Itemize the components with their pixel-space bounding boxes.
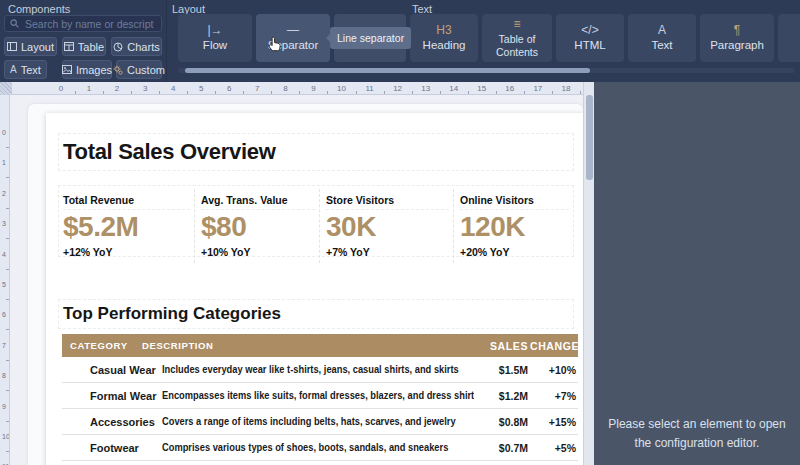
metric-value: 30K (326, 212, 449, 243)
table-row[interactable]: Formal Wear Encompasses items like suits… (62, 383, 578, 409)
v-ruler: 01234567891011 (0, 95, 10, 465)
ruler-number: 8 (2, 372, 6, 379)
document-page[interactable]: Total Sales Overview Total Revenue $5.2M… (46, 113, 583, 465)
table-row[interactable]: Footwear Comprises various types of shoe… (62, 435, 578, 461)
metric-value: 120K (460, 212, 569, 243)
toolbar-scrollbar[interactable] (178, 68, 795, 73)
components-layout-button[interactable]: Layout (4, 37, 57, 56)
cell-description: Covers a range of items including belts,… (140, 416, 474, 427)
letter-a-icon: A (658, 24, 666, 36)
tooltip-text: Line separator (337, 32, 404, 44)
tile-label: Flow (203, 39, 227, 52)
report-builder-app: Components Layout Table Charts A Text Im… (0, 0, 800, 465)
pie-chart-icon (113, 42, 123, 52)
cell-sales: $1.2M (474, 390, 530, 402)
toolbar: Components Layout Table Charts A Text Im… (0, 0, 800, 82)
categories-table[interactable]: CATEGORY DESCRIPTION SALES CHANGE Casual… (62, 334, 578, 461)
ruler-number: 15 (477, 84, 486, 93)
configuration-panel-message: Please select an element to open the con… (599, 415, 795, 452)
section-heading-block[interactable]: Top Performing Categories (58, 299, 574, 329)
cell-category: Formal Wear (62, 390, 140, 402)
tile-heading[interactable]: H3 Heading (410, 14, 478, 62)
layout-grid-icon (7, 42, 17, 51)
tile-table-of-contents[interactable]: ≡ Table of Contents (482, 14, 552, 62)
tile-partial[interactable] (778, 14, 800, 62)
cell-sales: $0.7M (474, 442, 530, 454)
ruler-number: 1 (87, 84, 91, 93)
ruler-number: 7 (255, 84, 259, 93)
metric-total-revenue[interactable]: Total Revenue $5.2M +12% YoY (63, 189, 194, 263)
table-icon (64, 42, 74, 51)
canvas-scrollbar-thumb[interactable] (586, 95, 593, 180)
hand-cursor-icon (268, 36, 283, 57)
toolbar-scrollbar-thumb[interactable] (185, 68, 590, 73)
cell-description: Comprises various types of shoes, boots,… (140, 442, 474, 453)
button-label: Custom (127, 64, 165, 76)
ruler-number: 16 (505, 84, 514, 93)
ruler-number: 5 (2, 281, 6, 288)
ruler-number: 12 (393, 84, 402, 93)
col-header-description: DESCRIPTION (140, 340, 474, 351)
ruler-number: 9 (311, 84, 315, 93)
components-text-button[interactable]: A Text (4, 60, 47, 79)
metric-online-visitors[interactable]: Online Visitors 120K +20% YoY (453, 189, 573, 263)
metric-label: Total Revenue (63, 194, 190, 210)
col-header-sales: SALES (474, 340, 530, 352)
tile-label: HTML (574, 39, 605, 52)
button-label: Text (21, 64, 41, 76)
separator-icon: — (287, 24, 299, 36)
table-row[interactable]: Casual Wear Includes everyday wear like … (62, 357, 578, 383)
metrics-block[interactable]: Total Revenue $5.2M +12% YoY Avg. Trans.… (58, 185, 574, 257)
editor-canvas[interactable]: Total Sales Overview Total Revenue $5.2M… (10, 95, 583, 465)
metric-delta: +10% YoY (201, 246, 315, 258)
tile-html[interactable]: </> HTML (556, 14, 624, 62)
ruler-number: 2 (2, 189, 6, 196)
ruler-number: 17 (533, 84, 542, 93)
metric-value: $80 (201, 212, 315, 243)
metric-avg-trans-value[interactable]: Avg. Trans. Value $80 +10% YoY (194, 189, 319, 263)
components-images-button[interactable]: Images (62, 60, 112, 79)
ruler-number: 9 (2, 402, 6, 409)
table-row[interactable]: Accessories Covers a range of items incl… (62, 409, 578, 435)
tile-label: Heading (423, 39, 466, 52)
canvas-scrollbar[interactable] (583, 82, 594, 465)
tile-label: Text (651, 39, 672, 52)
ruler-number: 2 (115, 84, 119, 93)
components-table-button[interactable]: Table (62, 37, 106, 56)
table-header-row: CATEGORY DESCRIPTION SALES CHANGE (62, 334, 578, 357)
ruler-number: 6 (227, 84, 231, 93)
cell-category: Accessories (62, 416, 140, 428)
tile-text[interactable]: A Text (628, 14, 696, 62)
cell-description: Encompasses items like suits, formal dre… (140, 390, 474, 401)
tile-paragraph[interactable]: ¶ Paragraph (700, 14, 774, 62)
ruler-number: 3 (2, 220, 6, 227)
title-block[interactable]: Total Sales Overview (58, 133, 574, 171)
search-input[interactable] (23, 17, 156, 31)
metric-delta: +7% YoY (326, 246, 449, 258)
ruler-corner (0, 82, 12, 95)
component-search[interactable] (4, 15, 162, 32)
section-heading: Top Performing Categories (63, 304, 281, 323)
metric-delta: +12% YoY (63, 246, 190, 258)
gears-icon (113, 65, 123, 75)
image-icon (62, 65, 72, 74)
tile-label: Paragraph (710, 39, 764, 52)
cell-change: +10% (530, 364, 578, 376)
metric-label: Online Visitors (460, 194, 569, 210)
metric-value: $5.2M (63, 212, 190, 243)
tile-flow[interactable]: |→ Flow (178, 14, 252, 62)
components-custom-button[interactable]: Custom (116, 60, 162, 79)
ruler-number: 6 (2, 311, 6, 318)
tile-label: Table of Contents (482, 33, 552, 57)
ruler-number: 0 (59, 84, 63, 93)
search-icon (10, 19, 19, 28)
cell-sales: $0.8M (474, 416, 530, 428)
button-label: Table (78, 41, 104, 53)
button-label: Images (76, 64, 112, 76)
configuration-panel: Please select an element to open the con… (594, 82, 800, 465)
ruler-number: 18 (561, 84, 570, 93)
cell-category: Casual Wear (62, 364, 140, 376)
metric-store-visitors[interactable]: Store Visitors 30K +7% YoY (319, 189, 453, 263)
tooltip: Line separator (330, 27, 411, 49)
components-charts-button[interactable]: Charts (111, 37, 162, 56)
